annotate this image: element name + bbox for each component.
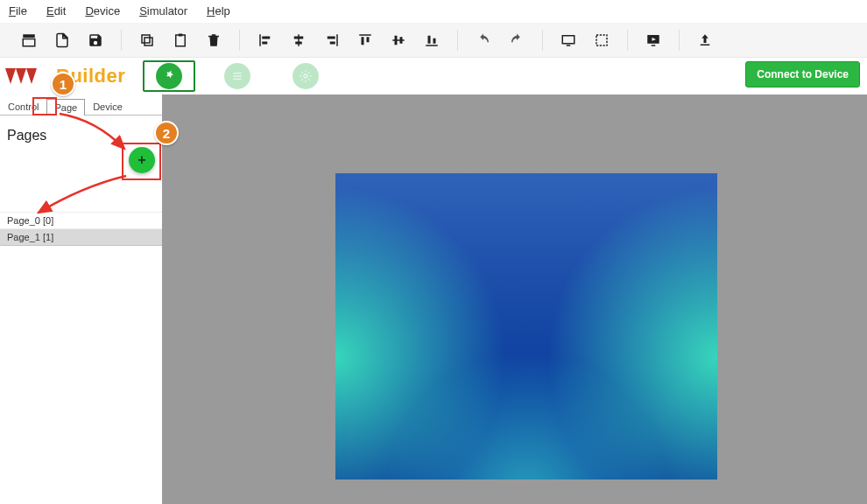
new-project-button[interactable] (12, 23, 46, 58)
svg-rect-15 (359, 34, 371, 36)
svg-rect-26 (596, 35, 607, 46)
sidebar: Pages + Page_0 [0] Page_1 [1] (0, 116, 162, 504)
toolbar-separator (121, 30, 122, 51)
page-list: Page_0 [0] Page_1 [1] (0, 212, 162, 246)
menu-file[interactable]: File (9, 4, 27, 18)
paste-button[interactable] (164, 23, 197, 58)
svg-rect-30 (701, 44, 710, 46)
svg-rect-11 (295, 41, 302, 44)
toolbar-separator (239, 30, 240, 51)
svg-rect-0 (23, 34, 35, 38)
svg-marker-31 (5, 68, 16, 84)
tab-control[interactable]: Control (0, 98, 46, 115)
sidebar-tabs: Control Page Device (0, 98, 162, 116)
connect-to-device-button[interactable]: Connect to Device (745, 61, 860, 88)
svg-rect-19 (395, 35, 398, 45)
toolbar-separator (679, 30, 680, 51)
svg-rect-23 (434, 38, 436, 43)
svg-rect-5 (179, 33, 183, 36)
menu-simulator[interactable]: Simulator (139, 4, 187, 18)
preview-button[interactable] (637, 23, 670, 58)
align-right-button[interactable] (315, 23, 349, 58)
mode-design-button[interactable] (143, 60, 195, 92)
canvas-area[interactable] (162, 94, 867, 504)
add-page-button[interactable]: + (129, 147, 155, 173)
mode-buttons (143, 60, 332, 92)
undo-button[interactable] (467, 23, 500, 58)
selection-dashed-button[interactable] (585, 23, 618, 58)
svg-rect-22 (428, 35, 431, 43)
svg-rect-18 (392, 39, 405, 41)
copy-button[interactable] (130, 23, 164, 58)
page-list-item[interactable]: Page_1 [1] (0, 229, 162, 246)
svg-rect-17 (367, 37, 370, 42)
redo-button[interactable] (500, 23, 533, 58)
svg-rect-24 (562, 35, 574, 43)
toolbar-separator (542, 30, 543, 51)
align-center-h-button[interactable] (282, 23, 315, 58)
svg-rect-35 (234, 75, 242, 76)
svg-rect-6 (259, 34, 261, 46)
svg-rect-8 (262, 41, 267, 44)
menu-device[interactable]: Device (85, 4, 120, 18)
svg-rect-2 (144, 38, 152, 46)
delete-button[interactable] (197, 23, 230, 58)
upload-button[interactable] (688, 23, 722, 58)
align-left-button[interactable] (249, 23, 282, 58)
mode-list-button[interactable] (211, 60, 264, 92)
svg-rect-16 (362, 37, 364, 45)
brand-title: Builder (56, 65, 125, 88)
save-button[interactable] (79, 23, 112, 58)
svg-rect-14 (330, 41, 335, 44)
brand-row: Builder Connect to Device (0, 58, 867, 94)
svg-rect-9 (298, 34, 300, 46)
svg-point-37 (304, 74, 307, 78)
toolbar-separator (457, 30, 458, 51)
page-list-item[interactable]: Page_0 [0] (0, 212, 162, 229)
svg-marker-32 (16, 68, 26, 84)
svg-rect-13 (328, 36, 335, 38)
sidebar-title: Pages (0, 116, 162, 144)
menubar: File Edit Device Simulator Help (0, 0, 867, 23)
mode-settings-button[interactable] (279, 60, 332, 92)
align-top-button[interactable] (349, 23, 382, 58)
tab-device[interactable]: Device (85, 98, 130, 115)
svg-rect-12 (336, 34, 338, 46)
brand-logo (4, 63, 47, 89)
menu-help[interactable]: Help (207, 4, 230, 18)
open-button[interactable] (46, 23, 79, 58)
svg-rect-4 (176, 35, 186, 46)
svg-marker-33 (26, 68, 37, 84)
svg-rect-36 (234, 79, 242, 80)
toolbar (0, 23, 867, 58)
svg-rect-1 (23, 38, 35, 46)
svg-rect-25 (567, 45, 571, 46)
toolbar-separator (627, 30, 628, 51)
screen-outline-button[interactable] (552, 23, 585, 58)
svg-rect-10 (294, 36, 304, 38)
align-bottom-button[interactable] (415, 23, 448, 58)
svg-rect-20 (400, 37, 403, 44)
svg-rect-3 (142, 35, 150, 43)
svg-rect-7 (262, 36, 270, 38)
align-center-v-button[interactable] (382, 23, 415, 58)
page-canvas[interactable] (335, 173, 717, 480)
svg-rect-28 (652, 45, 656, 46)
tab-page[interactable]: Page (46, 99, 85, 116)
menu-edit[interactable]: Edit (46, 4, 66, 18)
svg-rect-34 (234, 73, 242, 74)
svg-rect-21 (426, 45, 438, 46)
